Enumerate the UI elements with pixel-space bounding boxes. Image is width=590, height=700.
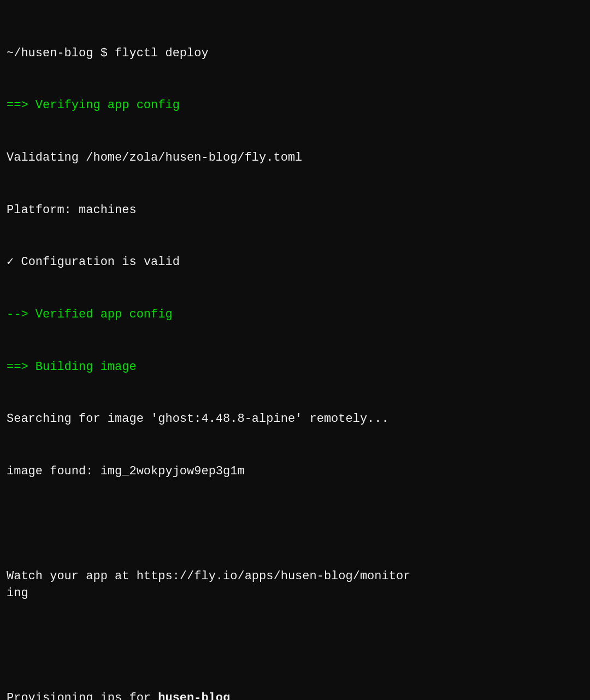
config-valid-line: ✓ Configuration is valid [7, 254, 583, 271]
blank-1 [7, 515, 583, 533]
verified-line: --> Verified app config [7, 306, 583, 323]
searching-line: Searching for image 'ghost:4.48.8-alpine… [7, 410, 583, 428]
image-found-line: image found: img_2wokpyjow9ep3g1m [7, 463, 583, 480]
platform-line: Platform: machines [7, 202, 583, 219]
provisioning-line: Provisioning ips for husen-blog [7, 690, 583, 700]
blank-2 [7, 637, 583, 655]
watch-line: Watch your app at https://fly.io/apps/hu… [7, 568, 583, 603]
terminal-output: ~/husen-blog $ flyctl deploy ==> Verifyi… [7, 10, 583, 700]
app-name-bold: husen-blog [158, 691, 230, 700]
building-header: ==> Building image [7, 358, 583, 376]
verifying-header: ==> Verifying app config [7, 97, 583, 114]
cmd-prompt: ~/husen-blog $ flyctl deploy [7, 45, 583, 62]
validating-line: Validating /home/zola/husen-blog/fly.tom… [7, 149, 583, 167]
